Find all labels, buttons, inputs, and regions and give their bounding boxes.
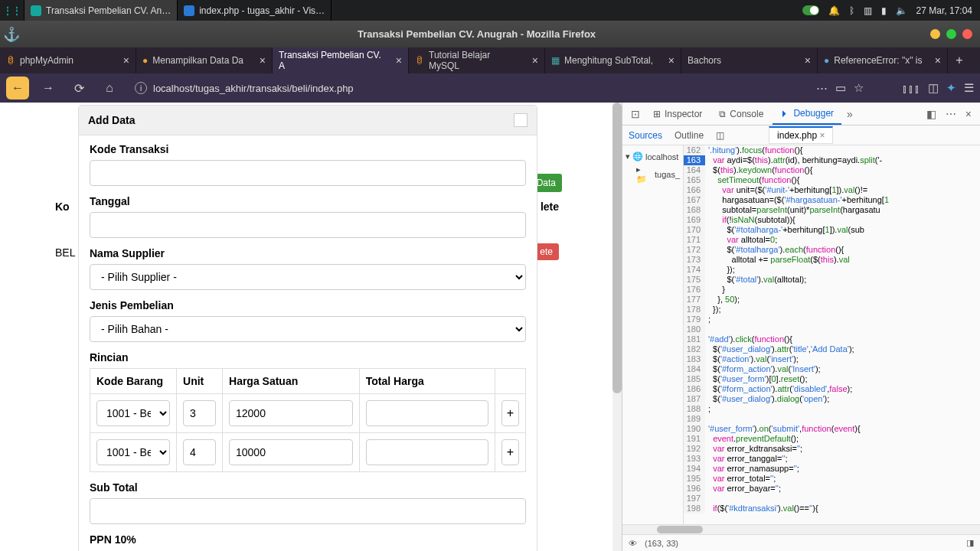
total-input[interactable] (366, 439, 488, 465)
network-icon[interactable]: ▥ (864, 5, 872, 16)
browser-tab[interactable]: ●Menampilkan Data Da× (136, 47, 273, 73)
taskbar-item-firefox[interactable]: Transaksi Pembelian CV. An… (24, 0, 178, 21)
column-header-fragment: Ko (55, 201, 70, 213)
total-input[interactable] (366, 400, 488, 426)
kode-transaksi-label: Kode Transaksi (90, 143, 526, 155)
close-icon[interactable]: × (668, 54, 675, 67)
ppn-label: PPN 10% (90, 533, 526, 546)
star-icon[interactable]: ☆ (854, 81, 864, 95)
devtools-dock-icon[interactable]: ◧ (923, 108, 940, 120)
toggle-icon[interactable] (802, 5, 819, 15)
source-file-tab[interactable]: index.php × (769, 126, 833, 144)
taskbar-label: index.php - tugas_akhir - Vis… (199, 5, 325, 16)
sources-tab[interactable]: Sources (622, 127, 668, 144)
rincian-table: Kode Barang Unit Harga Satuan Total Harg… (90, 368, 526, 472)
kode-barang-select[interactable]: 1001 - Besi (96, 439, 170, 465)
supplier-select[interactable]: - Pilih Supplier - (90, 264, 526, 290)
devtools-close-icon[interactable]: × (962, 108, 975, 120)
jenis-select[interactable]: - Pilih Bahan - (90, 316, 526, 342)
devtools-menu-icon[interactable]: ⋯ (942, 108, 960, 120)
nav-home-button[interactable]: ⌂ (98, 77, 121, 99)
close-icon[interactable]: × (819, 130, 825, 141)
taskbar-item-vscode[interactable]: index.php - tugas_akhir - Vis… (178, 0, 332, 21)
kode-barang-select[interactable]: 1001 - Besi (96, 400, 170, 426)
menu-icon[interactable]: ☰ (964, 81, 974, 95)
library-icon[interactable]: ⫿⫿⫿ (902, 82, 920, 95)
col-kode: Kode Barang (90, 369, 177, 394)
tanggal-input[interactable] (90, 212, 526, 238)
panel-toggle-icon[interactable]: ◨ (966, 538, 974, 548)
more-icon[interactable]: ⋯ (816, 81, 828, 95)
new-tab-button[interactable]: + (948, 47, 971, 73)
sidebar-icon[interactable]: ◫ (928, 81, 939, 95)
kode-transaksi-input[interactable] (90, 160, 526, 186)
bell-icon[interactable]: 🔔 (828, 5, 840, 16)
add-row-button[interactable]: + (501, 439, 519, 465)
nav-reload-button[interactable]: ⟳ (67, 77, 90, 99)
harga-input[interactable] (229, 439, 353, 465)
subtotal-input[interactable] (90, 498, 526, 524)
bluetooth-icon[interactable]: ᛒ (849, 5, 854, 16)
col-total: Total Harga (359, 369, 495, 394)
info-icon[interactable]: i (135, 82, 147, 94)
taskbar-label: Transaksi Pembelian CV. An… (46, 5, 171, 16)
source-tree[interactable]: ▾ 🌐localhost ▸ 📁 tugas_ (622, 145, 684, 524)
rincian-label: Rincian (90, 351, 526, 364)
debugger-icon: ⏵ (780, 108, 789, 119)
close-icon[interactable]: × (805, 54, 811, 67)
dialog-close-button[interactable] (514, 113, 528, 127)
window-maximize[interactable] (946, 29, 956, 39)
url-text: localhost/tugas_akhir/transaksi/beli/ind… (153, 83, 354, 94)
cell-fragment: BEL (55, 246, 75, 259)
source-code-view[interactable]: 162'.hitung').focus(function(){163 var a… (684, 145, 980, 524)
app-menu[interactable]: ⋮⋮ (0, 0, 24, 21)
devtools-picker-icon[interactable]: ⊡ (627, 108, 644, 120)
browser-tab[interactable]: Bachors× (681, 47, 818, 73)
browser-tab[interactable]: 🛢Tutorial Belajar MySQL× (409, 47, 545, 73)
close-icon[interactable]: × (123, 54, 129, 67)
devtools-tab-console[interactable]: ⧉Console (711, 104, 771, 124)
url-field[interactable]: i localhost/tugas_akhir/transaksi/beli/i… (129, 77, 808, 99)
globe-icon: 🌐 (632, 152, 643, 161)
panel-toggle-icon[interactable]: ◫ (710, 127, 730, 144)
nav-forward-button[interactable]: → (37, 77, 60, 99)
reader-icon[interactable]: ▭ (835, 81, 846, 95)
devtools-tab-inspector[interactable]: ⊞Inspector (645, 104, 710, 124)
browser-tab[interactable]: 🛢phpMyAdmin× (0, 47, 136, 73)
unit-input[interactable] (183, 439, 216, 465)
close-icon[interactable]: × (935, 54, 941, 67)
app-logo: ⚓ (0, 26, 23, 43)
unit-input[interactable] (183, 400, 216, 426)
browser-tab[interactable]: ▦Menghitung SubTotal,× (545, 47, 681, 73)
cursor-position: (163, 33) (645, 539, 678, 548)
window-close[interactable] (962, 29, 972, 39)
dialog-title: Add Data (88, 114, 135, 126)
code-hscrollbar[interactable] (622, 524, 980, 534)
page-scrollbar[interactable] (612, 103, 622, 551)
eye-icon[interactable]: 👁 (629, 539, 637, 548)
devtools-tab-debugger[interactable]: ⏵Debugger (773, 103, 841, 125)
add-row-button[interactable]: + (501, 400, 519, 426)
delete-badge[interactable]: ete (534, 243, 559, 260)
supplier-label: Nama Supplier (90, 247, 526, 259)
battery-icon[interactable]: ▮ (881, 5, 887, 16)
subtotal-label: Sub Total (90, 481, 526, 494)
browser-tab[interactable]: Transaksi Pembelian CV. A× (273, 47, 409, 73)
tanggal-label: Tanggal (90, 195, 526, 207)
harga-input[interactable] (229, 400, 353, 426)
devtools-overflow-icon[interactable]: » (843, 108, 857, 120)
volume-icon[interactable]: 🔈 (896, 5, 907, 16)
nav-back-button[interactable]: ← (6, 77, 29, 99)
outline-tab[interactable]: Outline (668, 127, 710, 144)
browser-tab[interactable]: ●ReferenceError: "x" is× (818, 47, 948, 73)
close-icon[interactable]: × (260, 54, 266, 67)
close-icon[interactable]: × (396, 54, 402, 67)
extension-icon[interactable]: ✦ (946, 81, 956, 95)
window-minimize[interactable] (930, 29, 940, 39)
browser-tabstrip: 🛢phpMyAdmin× ●Menampilkan Data Da× Trans… (0, 47, 980, 73)
clock[interactable]: 27 Mar, 17:04 (916, 5, 972, 16)
os-taskbar: ⋮⋮ Transaksi Pembelian CV. An… index.php… (0, 0, 980, 21)
close-icon[interactable]: × (532, 54, 538, 67)
inspector-icon: ⊞ (653, 109, 661, 119)
col-unit: Unit (177, 369, 223, 394)
